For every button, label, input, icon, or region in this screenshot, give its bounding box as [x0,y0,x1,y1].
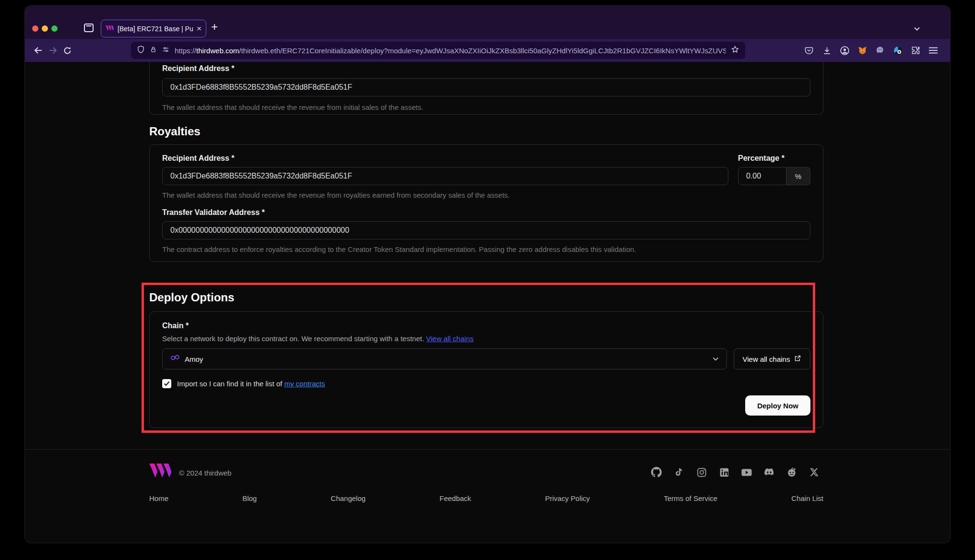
traffic-lights [32,25,58,32]
lock-icon[interactable] [150,46,157,56]
metamask-icon[interactable] [856,44,869,57]
zoom-window-button[interactable] [51,25,58,32]
chain-help-text: Select a network to deploy this contract… [162,334,810,343]
footer-link-changelog[interactable]: Changelog [331,494,366,502]
tiktok-icon[interactable] [674,467,684,477]
footer-links: Home Blog Changelog Feedback Privacy Pol… [149,494,823,502]
permissions-icon[interactable] [162,46,170,55]
instagram-icon[interactable] [696,467,707,477]
youtube-icon[interactable] [741,467,752,477]
url-text[interactable]: https://thirdweb.com/thirdweb.eth/ERC721… [175,47,726,55]
url-bar[interactable]: https://thirdweb.com/thirdweb.eth/ERC721… [131,42,745,59]
royalty-percentage-label: Percentage * [738,154,810,163]
view-all-chains-link[interactable]: View all chains [426,334,474,343]
tab-title: [Beta] ERC721 Base | Published [118,25,193,33]
minimize-window-button[interactable] [42,25,48,32]
polygon-chain-icon [170,354,180,364]
royalty-recipient-input[interactable] [162,167,728,185]
phantom-icon[interactable] [873,44,887,57]
footer-divider [25,449,950,450]
account-icon[interactable] [838,44,851,57]
firefox-view-icon[interactable] [84,24,94,34]
tab-bar: [Beta] ERC721 Base | Published × + [25,6,950,39]
royalties-card: Recipient Address * Percentage * % The w… [149,144,823,262]
royalty-recipient-label: Recipient Address * [162,154,728,163]
discord-icon[interactable] [764,467,774,477]
page-content: Recipient Address * The wallet address t… [25,62,950,543]
tab-close-icon[interactable]: × [197,24,202,33]
thirdweb-favicon [106,24,114,33]
external-link-icon [794,355,801,363]
shield-icon[interactable] [137,45,145,56]
deploy-options-heading: Deploy Options [149,291,234,304]
transfer-validator-input[interactable] [162,221,810,239]
royalty-recipient-help: The wallet address that should receive t… [162,191,810,199]
browser-tab[interactable]: [Beta] ERC721 Base | Published × [101,20,206,37]
transfer-validator-help: The contract address to enforce royaltie… [162,245,810,253]
footer-link-chain-list[interactable]: Chain List [791,494,823,502]
menu-icon[interactable] [927,44,940,57]
copyright-text: © 2024 thirdweb [179,469,231,477]
deploy-options-card: Chain * Select a network to deploy this … [149,311,823,428]
footer-link-terms-of-service[interactable]: Terms of Service [664,494,717,502]
reload-button[interactable] [60,43,74,58]
import-label: Import so I can find it in the list of m… [177,380,325,388]
new-tab-button[interactable]: + [211,20,218,34]
transfer-validator-label: Transfer Validator Address * [162,208,810,217]
footer-link-privacy-policy[interactable]: Privacy Policy [545,494,590,502]
footer-link-home[interactable]: Home [149,494,168,502]
chain-label: Chain * [162,322,189,330]
thirdweb-footer-logo [149,464,171,480]
royalty-percentage-input[interactable] [738,167,786,185]
deploy-now-button[interactable]: Deploy Now [745,395,810,416]
navigation-toolbar: https://thirdweb.com/thirdweb.eth/ERC721… [25,39,950,62]
close-window-button[interactable] [32,25,38,32]
forward-button[interactable] [46,43,60,58]
social-icons [651,467,820,477]
my-contracts-link[interactable]: my contracts [284,380,325,388]
royalties-heading: Royalties [149,125,201,138]
toolbar-extension-icons [802,44,940,57]
download-icon[interactable] [820,44,833,57]
import-checkbox[interactable] [162,379,171,388]
percentage-suffix: % [786,167,810,185]
x-icon[interactable] [809,467,820,477]
footer-link-feedback[interactable]: Feedback [440,494,471,502]
chain-selected-value: Amoy [185,355,203,363]
chevron-down-icon [713,355,719,363]
chain-select[interactable]: Amoy [162,348,727,369]
bookmark-star-icon[interactable] [731,45,739,56]
back-button[interactable] [31,43,46,58]
linkedin-icon[interactable] [719,467,729,477]
sales-recipient-help: The wallet address that should receive t… [162,103,810,111]
view-all-chains-button[interactable]: View all chains [734,348,810,369]
reddit-icon[interactable] [786,467,797,477]
pocket-icon[interactable] [802,44,816,57]
github-icon[interactable] [651,467,662,477]
wallet-extension-icon[interactable] [891,44,904,57]
sales-recipient-input[interactable] [162,78,810,96]
browser-window: [Beta] ERC721 Base | Published × + [25,6,950,543]
sales-recipient-label: Recipient Address * [162,64,810,73]
extensions-puzzle-icon[interactable] [909,44,922,57]
list-all-tabs-chevron-icon[interactable] [914,24,920,33]
primary-sales-card: Recipient Address * The wallet address t… [149,62,823,115]
footer-link-blog[interactable]: Blog [242,494,257,502]
